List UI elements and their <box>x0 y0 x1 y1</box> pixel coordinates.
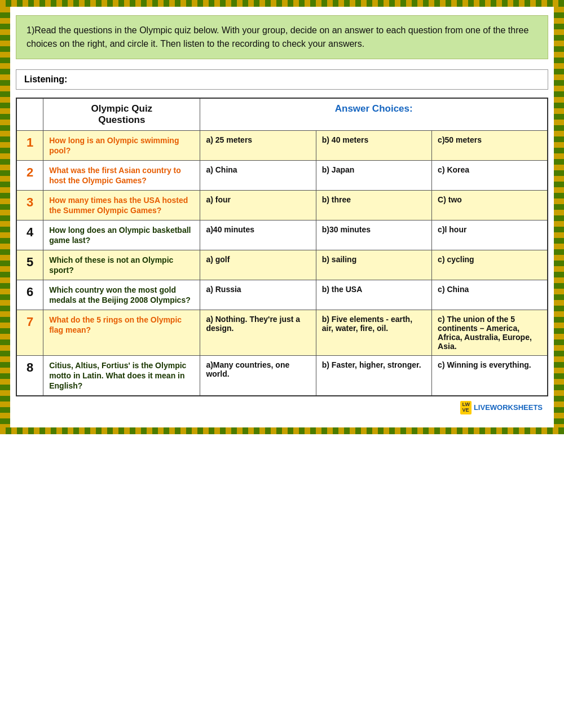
answer-a: a)Many countries, one world. <box>200 356 316 396</box>
table-row: 1How long is an Olympic swimming pool?a)… <box>16 131 548 161</box>
table-row: 2What was the first Asian country to hos… <box>16 161 548 191</box>
row-number: 7 <box>16 310 43 356</box>
answer-b: b) the USA <box>316 280 431 310</box>
liveworksheets-logo: LWVE LIVEWORKSHEETS <box>460 401 543 414</box>
header-answers-cell: Answer Choices: <box>200 98 548 131</box>
row-question: What was the first Asian country to host… <box>43 161 200 191</box>
question-text: What do the 5 rings on the Olympic flag … <box>49 315 182 334</box>
answer-a: a) golf <box>200 250 316 280</box>
answer-c: c) The union of the 5 continents – Ameri… <box>432 310 548 356</box>
answer-b: b) sailing <box>316 250 431 280</box>
top-border <box>0 0 564 7</box>
answer-a: a)40 minutes <box>200 220 316 250</box>
table-row: 6Which country won the most gold medals … <box>16 280 548 310</box>
answer-a: a) four <box>200 191 316 220</box>
answer-a: a) Russia <box>200 280 316 310</box>
answer-a: a) Nothing. They're just a design. <box>200 310 316 356</box>
question-text: Which country won the most gold medals a… <box>49 285 191 305</box>
logo-box: LWVE <box>460 401 472 414</box>
row-number: 1 <box>16 131 43 161</box>
header-answers-text: Answer Choices: <box>335 103 413 114</box>
answer-a: a) China <box>200 161 316 191</box>
row-number: 5 <box>16 250 43 280</box>
row-question: Which of these is not an Olympic sport? <box>43 250 200 280</box>
question-text: How many times has the USA hosted the Su… <box>49 196 188 215</box>
logo-text: LIVEWORKSHEETS <box>474 403 543 412</box>
right-border <box>554 7 564 427</box>
row-number: 4 <box>16 220 43 250</box>
header-question-text: Olympic QuizQuestions <box>49 103 194 126</box>
answer-b: b) 40 meters <box>316 131 431 161</box>
answer-b: b) Five elements - earth, air, water, fi… <box>316 310 431 356</box>
footer: LWVE LIVEWORKSHEETS <box>16 396 548 419</box>
answer-c: c)l hour <box>432 220 548 250</box>
answer-b: b) Faster, higher, stronger. <box>316 356 431 396</box>
answer-b: b) Japan <box>316 161 431 191</box>
header-question-cell: Olympic QuizQuestions <box>43 98 200 131</box>
question-text: Which of these is not an Olympic sport? <box>49 255 173 275</box>
answer-c: c) Winning is everything. <box>432 356 548 396</box>
header-num-cell <box>16 98 43 131</box>
row-question: How long does an Olympic basketball game… <box>43 220 200 250</box>
listening-label-box: Listening: <box>16 69 548 90</box>
answer-c: c) China <box>432 280 548 310</box>
table-header-row: Olympic QuizQuestions Answer Choices: <box>16 98 548 131</box>
table-row: 3How many times has the USA hosted the S… <box>16 191 548 220</box>
question-text: Citius, Altius, Fortius' is the Olympic … <box>49 361 186 390</box>
quiz-table: Olympic QuizQuestions Answer Choices: 1H… <box>16 98 548 396</box>
question-text: How long does an Olympic basketball game… <box>49 226 191 245</box>
row-question: How long is an Olympic swimming pool? <box>43 131 200 161</box>
bottom-border <box>0 427 564 434</box>
row-number: 2 <box>16 161 43 191</box>
row-number: 8 <box>16 356 43 396</box>
table-row: 8Citius, Altius, Fortius' is the Olympic… <box>16 356 548 396</box>
instructions-box: 1)Read the questions in the Olympic quiz… <box>16 15 548 59</box>
question-text: What was the first Asian country to host… <box>49 166 181 185</box>
instructions-text: 1)Read the questions in the Olympic quiz… <box>27 25 528 48</box>
listening-label-text: Listening: <box>24 74 67 84</box>
row-question: Citius, Altius, Fortius' is the Olympic … <box>43 356 200 396</box>
row-question: What do the 5 rings on the Olympic flag … <box>43 310 200 356</box>
answer-b: b) three <box>316 191 431 220</box>
answer-c: C) two <box>432 191 548 220</box>
table-row: 7What do the 5 rings on the Olympic flag… <box>16 310 548 356</box>
row-question: How many times has the USA hosted the Su… <box>43 191 200 220</box>
table-row: 5Which of these is not an Olympic sport?… <box>16 250 548 280</box>
answer-c: c) Korea <box>432 161 548 191</box>
answer-a: a) 25 meters <box>200 131 316 161</box>
question-text: How long is an Olympic swimming pool? <box>49 136 179 155</box>
row-number: 3 <box>16 191 43 220</box>
answer-c: c)50 meters <box>432 131 548 161</box>
table-row: 4How long does an Olympic basketball gam… <box>16 220 548 250</box>
row-number: 6 <box>16 280 43 310</box>
left-border <box>0 7 10 427</box>
answer-b: b)30 minutes <box>316 220 431 250</box>
row-question: Which country won the most gold medals a… <box>43 280 200 310</box>
answer-c: c) cycling <box>432 250 548 280</box>
